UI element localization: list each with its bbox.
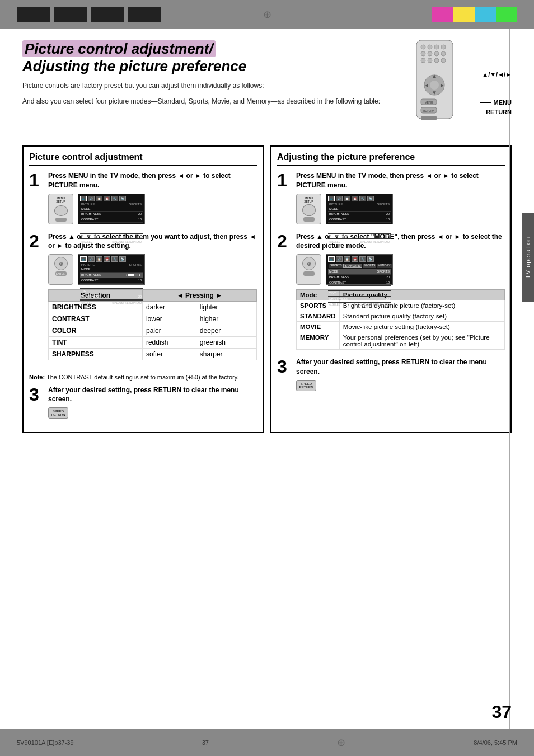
mode-standard-desc: Standard picture quality (factory-set) [339, 311, 504, 322]
sel-sharpness-label: SHARPNESS [49, 349, 143, 360]
menu-row-color: COLOR10 [80, 223, 143, 228]
note-label: Note: [29, 374, 45, 381]
color-block-cyan [475, 7, 496, 22]
left-step1-content: Press MENU in the TV mode, then press ◄ … [48, 171, 257, 224]
two-column-layout: Picture control adjustment 1 Press MENU … [22, 145, 512, 433]
left-step1-images: MENUSETUP 📺 🔊 📋 ⏰ 🔧 [48, 194, 257, 224]
r2-brightness: BRIGHTNESS20 [328, 275, 391, 280]
title-section: Picture control adjustment/ Adjusting th… [22, 40, 512, 135]
r1-mode: MODE [328, 206, 391, 212]
note-box: Note: The CONTRAST default setting is se… [29, 373, 257, 382]
r1-tint: TINT [328, 228, 391, 234]
r2i1: 📺 [328, 256, 335, 262]
mode-table: Mode Picture quality SPORTS Bright and d… [296, 289, 505, 350]
s2-contrast: CONTRAST10 [80, 278, 143, 284]
right-step2-text: Press ▲ or ▼ to select "MODE", then pres… [296, 232, 505, 251]
mini-enter [55, 218, 67, 221]
sel-tint-label: TINT [49, 337, 143, 349]
left-step2-screen: 📺 🔊 📋 ⏰ 🔧 📡 PICTURESPORTS MODE [78, 254, 145, 285]
menu-bottom: ⊙:SELECT⊙:ADJUST RETURN:END [80, 240, 143, 244]
r2-tint: TINT [328, 291, 391, 297]
svg-point-2 [428, 45, 432, 49]
r2i4: ⏰ [352, 256, 358, 262]
right-mini-enter2 [303, 271, 315, 276]
s2-header: PICTURESPORTS [80, 263, 143, 266]
r1-brightness: BRIGHTNESS20 [328, 212, 391, 217]
color-block-yellow [453, 7, 475, 22]
header-color-blocks [432, 7, 517, 22]
r2-color: COLOR10 [328, 286, 391, 292]
return-label: RETURN [472, 109, 512, 115]
svg-point-7 [434, 51, 439, 56]
left-step3-text: After your desired setting, press RETURN… [48, 386, 257, 405]
mini-enter2: ENTER [55, 271, 67, 276]
menu-row-contrast: CONTRAST10 [80, 217, 143, 223]
menu-row-sharpness: SHARPNESS20 [80, 234, 143, 240]
r1-contrast: CONTRAST10 [328, 217, 391, 223]
left-column: Picture control adjustment 1 Press MENU … [22, 145, 264, 433]
tv-operation-tab: TV operation [522, 213, 534, 302]
menu-row-mode: MODE [80, 206, 143, 212]
mini-remote-label: MENUSETUP [56, 196, 65, 204]
right-step2-screen: 📺 🔊 📋 ⏰ 🔧 📡 SPORTS STANDARD [326, 254, 393, 285]
sel-sharpness-left: softer [142, 349, 196, 360]
left-step3-content: After your desired setting, press RETURN… [48, 386, 257, 419]
r2i3: 📋 [344, 256, 350, 262]
mode-standard: STANDARD [297, 311, 340, 322]
left-step2-text: Press ▲ or ▼ to select the item you want… [48, 232, 257, 251]
svg-rect-21 [421, 116, 437, 120]
arrows-label: ▲/▼/◄/► [482, 71, 512, 78]
left-step-1: 1 Press MENU in the TV mode, then press … [29, 171, 257, 224]
ri4: ⏰ [352, 196, 358, 201]
svg-point-8 [441, 51, 446, 56]
svg-text:◄: ◄ [424, 82, 429, 88]
r2i2: 🔊 [336, 256, 343, 262]
header-black-blocks [17, 7, 161, 22]
right-step-1: 1 Press MENU in the TV mode, then press … [277, 171, 505, 224]
header-block-1 [17, 7, 50, 22]
ri1: 📺 [328, 196, 335, 201]
mode-row-memory: MEMORY Your personal preferences (set by… [297, 332, 505, 350]
s2-mode: MODE [80, 267, 143, 273]
r2-bottom: ⊙:SELECT⊙:ADJUST RETURN:END [328, 302, 391, 307]
left-step2-content: Press ▲ or ▼ to select the item you want… [48, 232, 257, 365]
ri3: 📋 [344, 196, 350, 201]
right-step1-remote: MENUSETUP [296, 194, 321, 224]
menu-icons-row2: 📺 🔊 📋 ⏰ 🔧 📡 [80, 256, 143, 262]
icon1: 📺 [80, 196, 87, 201]
s2icon5: 🔧 [111, 256, 118, 262]
left-step-2: 2 Press ▲ or ▼ to select the item you wa… [29, 232, 257, 365]
svg-text:►: ► [439, 82, 445, 88]
s2-sharpness: SHARPNESS20 [80, 294, 143, 300]
s2-color: COLOR10 [80, 284, 143, 289]
s2-brightness-selected: BRIGHTNESS ◄ ► [80, 273, 143, 278]
remote-area: ▲ ▼ ◄ ► MENU RETURN ▲/▼/◄/► MENU RETURN [411, 40, 512, 135]
left-step2-remote: ⊕ ENTER [48, 254, 73, 285]
left-step1-screen: 📺 🔊 📋 ⏰ 🔧 📡 PICTURESPORTS MODE [78, 194, 145, 224]
right-step1-images: MENUSETUP 📺 🔊 📋 ⏰ 🔧 📡 [296, 194, 505, 224]
icon2: 🔊 [88, 196, 95, 201]
r2-contrast: CONTRAST10 [328, 280, 391, 286]
left-step2-images: ⊕ ENTER 📺 🔊 📋 ⏰ 🔧 📡 [48, 254, 257, 285]
icon6: 📡 [119, 196, 126, 201]
s2-bottom: ⊙:SELECT⊙:ADJUST RETURN:END [80, 300, 143, 305]
speed-return-icon-left: SPEEDRETURN [48, 407, 68, 419]
icon5: 🔧 [111, 196, 118, 201]
left-step-3: 3 After your desired setting, press RETU… [29, 386, 257, 419]
right-step-3: 3 After your desired setting, press RETU… [277, 358, 505, 391]
mode-row-choices: SPORTS STANDARD SPORTS MEMORY [328, 263, 391, 269]
s2icon1: 📺 [80, 256, 87, 262]
ri6: 📡 [367, 196, 374, 201]
right-menu-header1: PICTURESPORTS [328, 203, 391, 206]
r2i6: 📡 [367, 256, 374, 262]
sel-contrast-label: CONTRAST [49, 313, 143, 325]
right-step2-content: Press ▲ or ▼ to select "MODE", then pres… [296, 232, 505, 350]
header-block-3 [91, 7, 124, 22]
sel-row-sharpness: SHARPNESS softer sharper [49, 349, 257, 360]
speed-return-icon-right: SPEEDRETURN [296, 380, 316, 391]
icon4: ⏰ [104, 196, 110, 201]
menu-row-brightness: BRIGHTNESS20 [80, 212, 143, 217]
left-step3-number: 3 [29, 386, 43, 403]
sel-color-label: COLOR [49, 325, 143, 337]
right-step1-content: Press MENU in the TV mode, then press ◄ … [296, 171, 505, 224]
